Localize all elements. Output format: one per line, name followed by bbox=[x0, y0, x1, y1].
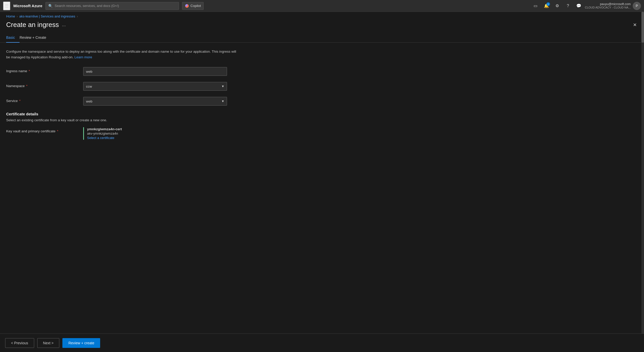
page-title: Create an ingress bbox=[6, 21, 59, 29]
copilot-button[interactable]: Copilot bbox=[182, 2, 204, 10]
cert-label: Key vault and primary certificate * bbox=[6, 127, 83, 133]
help-button[interactable]: ? bbox=[563, 1, 573, 11]
service-required: * bbox=[19, 99, 21, 103]
tab-bar: Basic Review + Create bbox=[0, 33, 644, 43]
breadcrumb-home[interactable]: Home bbox=[6, 14, 15, 18]
terminal-button[interactable]: ▭ bbox=[531, 1, 540, 11]
previous-button[interactable]: < Previous bbox=[5, 338, 34, 348]
search-input[interactable] bbox=[55, 4, 176, 8]
question-icon: ? bbox=[567, 4, 569, 8]
cert-section-title: Certificate details bbox=[6, 112, 638, 116]
ingress-name-control bbox=[83, 67, 242, 76]
copilot-icon bbox=[185, 4, 189, 8]
feedback-icon: 💬 bbox=[576, 3, 581, 8]
service-row: Service * web api frontend ▼ bbox=[6, 97, 242, 106]
nav-right-group: ▭ 🔔 1 ⚙ ? 💬 pauyu@microsoft.com CLOUD AD… bbox=[531, 1, 641, 11]
azure-logo: Microsoft Azure bbox=[13, 4, 42, 8]
namespace-control: ccw default kube-system ▼ bbox=[83, 82, 242, 91]
cert-required: * bbox=[57, 129, 58, 133]
page-header: Create an ingress ... ✕ bbox=[0, 20, 644, 33]
review-create-button[interactable]: Review + create bbox=[62, 338, 100, 348]
service-select-wrapper: web api frontend ▼ bbox=[83, 97, 227, 106]
learn-more-link[interactable]: Learn more bbox=[74, 55, 92, 59]
top-navigation: ☰ Microsoft Azure 🔍 Copilot ▭ 🔔 1 bbox=[0, 0, 644, 12]
cert-section-desc: Select an existing certificate from a ke… bbox=[6, 118, 638, 122]
notifications-button[interactable]: 🔔 1 bbox=[542, 1, 551, 11]
service-select[interactable]: web api frontend bbox=[83, 97, 227, 106]
main-content: Configure the namespace and service to d… bbox=[0, 43, 644, 335]
breadcrumb-parent[interactable]: aks-learnlive | Services and ingresses bbox=[19, 14, 75, 18]
copilot-label: Copilot bbox=[191, 4, 201, 8]
bottom-action-bar: < Previous Next > Review + create bbox=[0, 334, 644, 352]
user-account[interactable]: pauyu@microsoft.com CLOUD ADVOCACY - CLO… bbox=[585, 2, 641, 10]
next-button[interactable]: Next > bbox=[37, 338, 60, 348]
page-scrollbar[interactable] bbox=[641, 12, 644, 334]
namespace-select[interactable]: ccw default kube-system bbox=[83, 82, 227, 91]
settings-button[interactable]: ⚙ bbox=[553, 1, 562, 11]
cert-vault: akv-ymnkzgiwmza4n bbox=[87, 132, 122, 135]
namespace-required: * bbox=[26, 84, 27, 88]
tab-basic[interactable]: Basic bbox=[6, 33, 20, 43]
tab-review-create[interactable]: Review + Create bbox=[20, 33, 51, 43]
ingress-name-label: Ingress name * bbox=[6, 67, 83, 73]
user-email: pauyu@microsoft.com bbox=[585, 2, 631, 6]
avatar[interactable]: P bbox=[633, 2, 641, 10]
namespace-row: Namespace * ccw default kube-system ▼ bbox=[6, 82, 242, 91]
user-org: CLOUD ADVOCACY - CLOUD NA... bbox=[585, 6, 631, 9]
ingress-name-required: * bbox=[29, 69, 30, 73]
user-text: pauyu@microsoft.com CLOUD ADVOCACY - CLO… bbox=[585, 2, 631, 10]
service-control: web api frontend ▼ bbox=[83, 97, 242, 106]
cert-control: ymnkzgiwmza4n-cert akv-ymnkzgiwmza4n Sel… bbox=[83, 127, 242, 140]
svg-point-0 bbox=[185, 4, 189, 8]
cert-status-bar bbox=[83, 127, 84, 140]
breadcrumb-separator-1: › bbox=[17, 14, 18, 18]
ingress-name-input[interactable] bbox=[83, 67, 227, 76]
form-description: Configure the namespace and service to d… bbox=[6, 49, 237, 60]
scrollbar-thumb[interactable] bbox=[641, 12, 644, 43]
feedback-button[interactable]: 💬 bbox=[574, 1, 583, 11]
service-label: Service * bbox=[6, 97, 83, 103]
cert-value-group: ymnkzgiwmza4n-cert akv-ymnkzgiwmza4n Sel… bbox=[83, 127, 242, 140]
gear-icon: ⚙ bbox=[555, 3, 559, 8]
notification-badge: 1 bbox=[546, 2, 550, 6]
hamburger-menu-button[interactable]: ☰ bbox=[3, 2, 10, 10]
ingress-name-row: Ingress name * bbox=[6, 67, 242, 76]
search-bar[interactable]: 🔍 bbox=[45, 2, 179, 10]
search-icon: 🔍 bbox=[48, 4, 53, 8]
cert-name: ymnkzgiwmza4n-cert bbox=[87, 127, 122, 131]
namespace-label: Namespace * bbox=[6, 82, 83, 88]
namespace-select-wrapper: ccw default kube-system ▼ bbox=[83, 82, 227, 91]
cert-details: ymnkzgiwmza4n-cert akv-ymnkzgiwmza4n Sel… bbox=[87, 127, 122, 140]
terminal-icon: ▭ bbox=[534, 3, 537, 8]
close-button[interactable]: ✕ bbox=[632, 21, 638, 29]
breadcrumb-separator-2: › bbox=[77, 14, 78, 18]
breadcrumb: Home › aks-learnlive | Services and ingr… bbox=[0, 12, 644, 20]
cert-row: Key vault and primary certificate * ymnk… bbox=[6, 127, 242, 140]
select-certificate-link[interactable]: Select a certificate bbox=[87, 136, 122, 140]
more-options-button[interactable]: ... bbox=[62, 22, 66, 27]
